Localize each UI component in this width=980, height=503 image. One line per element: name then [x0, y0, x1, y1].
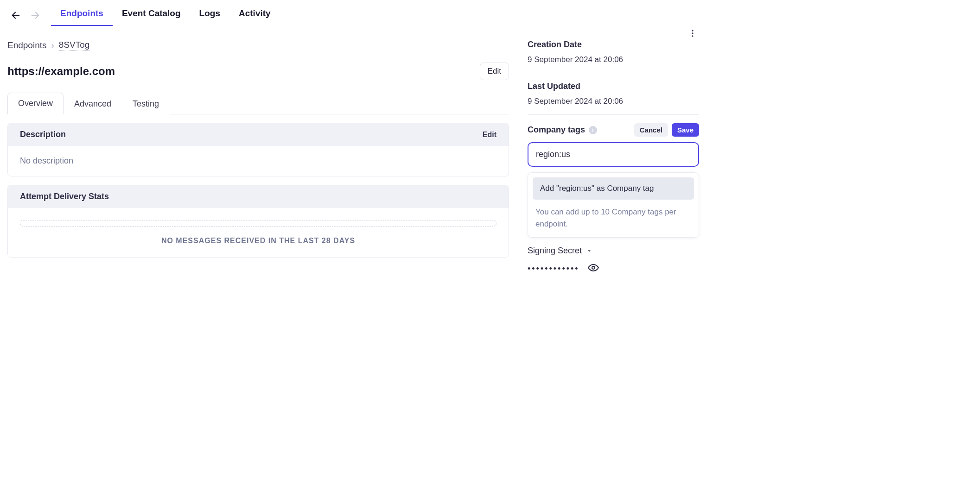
signing-secret-toggle[interactable]: Signing Secret — [528, 246, 699, 256]
tab-endpoints[interactable]: Endpoints — [51, 5, 113, 26]
caret-down-icon — [586, 248, 592, 254]
subtab-overview[interactable]: Overview — [7, 93, 64, 114]
company-tags-header: Company tags i Cancel Save — [528, 123, 699, 137]
subtab-testing[interactable]: Testing — [122, 93, 170, 114]
endpoint-url-title: https://example.com — [7, 65, 115, 78]
edit-description-button[interactable]: Edit — [483, 131, 496, 139]
description-text: No description — [20, 156, 73, 165]
stats-body: NO MESSAGES RECEIVED IN THE LAST 28 DAYS — [8, 208, 509, 257]
nav-back-button[interactable] — [7, 7, 24, 24]
more-vertical-icon — [688, 29, 697, 38]
signing-secret-row: •••••••••••• — [528, 262, 699, 276]
edit-endpoint-button[interactable]: Edit — [480, 63, 509, 80]
tag-suggest-panel: Add "region:us" as Company tag You can a… — [528, 172, 699, 238]
creation-date-section: Creation Date 9 September 2024 at 20:06 — [528, 40, 699, 73]
signing-secret-value: •••••••••••• — [528, 264, 579, 274]
save-tags-button[interactable]: Save — [672, 123, 699, 137]
last-updated-value: 9 September 2024 at 20:06 — [528, 97, 699, 106]
more-actions-button[interactable] — [686, 27, 699, 42]
tab-event-catalog[interactable]: Event Catalog — [113, 5, 190, 26]
topbar: Endpoints Event Catalog Logs Activity — [7, 0, 699, 26]
stats-panel: Attempt Delivery Stats NO MESSAGES RECEI… — [7, 185, 509, 258]
company-tags-section: Company tags i Cancel Save Add "region:u… — [528, 123, 699, 238]
stats-empty-placeholder — [20, 220, 496, 226]
svg-point-3 — [692, 32, 693, 34]
stats-header-label: Attempt Delivery Stats — [20, 192, 109, 201]
tag-suggest-item[interactable]: Add "region:us" as Company tag — [533, 177, 694, 200]
title-row: https://example.com Edit — [7, 63, 509, 80]
description-header: Description Edit — [8, 123, 509, 146]
eye-icon — [588, 262, 599, 273]
arrow-right-icon — [30, 10, 40, 20]
main-column: Endpoints › 8SVTog https://example.com E… — [7, 40, 509, 266]
breadcrumb-id[interactable]: 8SVTog — [59, 40, 90, 50]
stats-empty-message: NO MESSAGES RECEIVED IN THE LAST 28 DAYS — [20, 237, 496, 245]
tab-activity[interactable]: Activity — [229, 5, 280, 26]
subtabs: Overview Advanced Testing — [7, 92, 509, 114]
subtab-advanced[interactable]: Advanced — [64, 93, 122, 114]
breadcrumb-root[interactable]: Endpoints — [7, 40, 47, 50]
tab-logs[interactable]: Logs — [190, 5, 229, 26]
svg-point-5 — [592, 266, 595, 269]
nav-forward-button[interactable] — [27, 7, 44, 24]
description-body: No description — [8, 146, 509, 176]
reveal-secret-button[interactable] — [588, 262, 599, 276]
svg-point-4 — [692, 35, 693, 37]
arrow-left-icon — [11, 10, 21, 20]
info-icon[interactable]: i — [589, 126, 597, 134]
svg-point-2 — [692, 30, 693, 31]
last-updated-label: Last Updated — [528, 82, 699, 91]
signing-secret-section: Signing Secret •••••••••••• — [528, 246, 699, 276]
description-header-label: Description — [20, 130, 66, 139]
main-tabs: Endpoints Event Catalog Logs Activity — [51, 5, 280, 26]
description-panel: Description Edit No description — [7, 123, 509, 176]
signing-secret-label: Signing Secret — [528, 246, 582, 256]
creation-date-value: 9 September 2024 at 20:06 — [528, 55, 699, 64]
chevron-right-icon: › — [51, 40, 54, 50]
tag-suggest-hint: You can add up to 10 Company tags per en… — [533, 206, 694, 233]
content: Endpoints › 8SVTog https://example.com E… — [7, 26, 699, 276]
creation-date-label: Creation Date — [528, 40, 699, 50]
breadcrumb: Endpoints › 8SVTog — [7, 40, 509, 50]
company-tags-input[interactable] — [528, 142, 699, 167]
company-tags-label: Company tags — [528, 125, 585, 135]
stats-header: Attempt Delivery Stats — [8, 185, 509, 208]
last-updated-section: Last Updated 9 September 2024 at 20:06 — [528, 82, 699, 115]
cancel-tags-button[interactable]: Cancel — [634, 123, 668, 137]
side-column: Creation Date 9 September 2024 at 20:06 … — [528, 40, 699, 276]
